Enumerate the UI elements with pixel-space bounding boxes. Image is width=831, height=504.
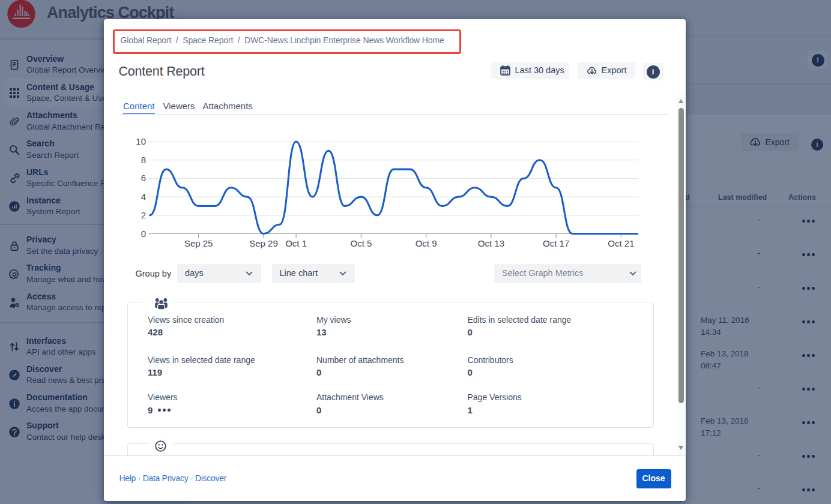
svg-text:Oct 5: Oct 5	[350, 238, 372, 248]
svg-text:Oct 21: Oct 21	[608, 238, 634, 248]
svg-text:Sep 25: Sep 25	[184, 238, 213, 248]
svg-text:0: 0	[141, 228, 145, 238]
svg-text:8: 8	[141, 154, 145, 164]
svg-text:2: 2	[141, 209, 145, 220]
svg-text:Sep 29: Sep 29	[249, 238, 278, 248]
svg-text:Oct 9: Oct 9	[415, 238, 437, 248]
svg-text:6: 6	[141, 173, 145, 183]
svg-text:4: 4	[141, 191, 145, 202]
svg-text:Oct 17: Oct 17	[543, 238, 569, 248]
svg-text:10: 10	[136, 136, 146, 146]
svg-text:Oct 13: Oct 13	[477, 238, 504, 248]
svg-text:Oct 1: Oct 1	[285, 238, 307, 248]
